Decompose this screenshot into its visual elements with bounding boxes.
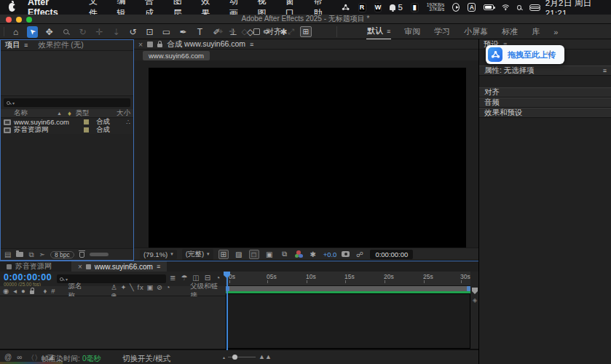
- control-center-icon[interactable]: [529, 4, 537, 11]
- bpc-button[interactable]: 8 bpc: [50, 251, 74, 258]
- workspace-review[interactable]: 审阅: [403, 24, 421, 39]
- shape-tool[interactable]: ▭: [161, 26, 172, 38]
- align-panel-header[interactable]: 对齐: [479, 87, 611, 98]
- solo-icon[interactable]: ●: [21, 287, 25, 295]
- composition-viewer[interactable]: [149, 68, 466, 248]
- tab-effect-controls[interactable]: 效果控件 (无): [38, 40, 83, 50]
- transparency-grid-icon[interactable]: ▨: [234, 250, 244, 258]
- zoom-slider-knob[interactable]: [232, 355, 237, 360]
- zoom-tool[interactable]: [60, 26, 71, 38]
- panel-menu-icon[interactable]: ≡: [603, 67, 607, 74]
- home-button[interactable]: ⌂: [10, 26, 21, 38]
- layer-number-column[interactable]: #: [51, 287, 55, 295]
- pan-camera-tool[interactable]: ✛: [94, 26, 105, 38]
- timeline-tab-active[interactable]: × www.suyin66.com ≡: [71, 261, 167, 272]
- snapshot-camera-icon[interactable]: [342, 251, 350, 257]
- magnification-dropdown[interactable]: (79.1%) ▾: [140, 250, 177, 259]
- preview-timecode[interactable]: 0:00:00:00: [370, 250, 413, 259]
- tab-project[interactable]: 项目 ≡: [5, 40, 28, 50]
- audio-panel-header[interactable]: 音频: [479, 98, 611, 108]
- new-composition-icon[interactable]: ⧉: [28, 250, 33, 259]
- unified-camera-tool[interactable]: ⊡: [144, 26, 155, 38]
- search-options-chevron[interactable]: ▾: [66, 277, 68, 282]
- color-management-icon[interactable]: ✱: [308, 250, 318, 258]
- draft-3d-icon[interactable]: ☂: [181, 274, 187, 282]
- label-color-chip[interactable]: [84, 127, 89, 132]
- label-column-icon[interactable]: ♦: [43, 287, 47, 295]
- timeline-tab-inactive[interactable]: 苏音资源网: [0, 261, 58, 272]
- video-visibility-icon[interactable]: ◉: [3, 287, 9, 295]
- dolly-camera-tool[interactable]: ⇣: [111, 26, 122, 38]
- search-options-chevron[interactable]: ▾: [12, 100, 15, 106]
- grid-options-button[interactable]: ⊞: [300, 26, 312, 37]
- workspace-learn[interactable]: 学习: [433, 24, 451, 39]
- frame-blending-icon[interactable]: ⊟: [205, 274, 210, 282]
- layer-track-area[interactable]: [226, 293, 470, 349]
- lock-icon[interactable]: [157, 44, 162, 47]
- mask-option-icon-c[interactable]: ◇: [241, 27, 247, 36]
- apple-menu-icon[interactable]: [9, 3, 15, 12]
- w-app-icon[interactable]: W: [374, 3, 382, 12]
- mask-option-icon-b[interactable]: ✛: [229, 27, 235, 36]
- zoom-out-icon[interactable]: ▴: [223, 355, 225, 360]
- properties-panel-header[interactable]: 属性: 无选择项 ≡: [479, 66, 611, 76]
- render-queue-icon[interactable]: ➣: [39, 250, 45, 258]
- type-tool[interactable]: T: [194, 26, 205, 38]
- viewer-tab[interactable]: www.suyin66.com: [143, 51, 210, 60]
- project-search-input[interactable]: ▾: [4, 98, 130, 107]
- timeline-zoom-control[interactable]: ▴ ▲▲: [223, 353, 272, 360]
- spotlight-search-icon[interactable]: [517, 5, 521, 10]
- workspace-small-screen[interactable]: 小屏幕: [463, 24, 489, 39]
- resolution-dropdown[interactable]: (完整) ▾: [182, 249, 213, 260]
- effects-presets-panel-header[interactable]: 效果和预设: [479, 108, 611, 118]
- delete-icon[interactable]: [79, 252, 84, 258]
- toggle-switches-modes-button[interactable]: 切换开关/模式: [122, 354, 170, 364]
- cloud-app-icon[interactable]: [342, 3, 350, 12]
- zoom-slider-track[interactable]: [228, 357, 256, 357]
- media-play-icon[interactable]: [452, 3, 460, 12]
- hand-tool[interactable]: ✥: [44, 26, 55, 38]
- zoom-fit-icon[interactable]: ⤢: [288, 27, 294, 36]
- panel-menu-icon[interactable]: ≡: [250, 41, 253, 48]
- panel-menu-icon[interactable]: ≡: [157, 263, 160, 270]
- label-color-chip[interactable]: [84, 119, 89, 124]
- layer-list-empty-area[interactable]: [0, 296, 226, 349]
- region-of-interest-icon[interactable]: □: [249, 250, 259, 259]
- column-type[interactable]: 类型: [76, 108, 90, 118]
- workspace-default[interactable]: 默认 ≡: [366, 23, 391, 40]
- motion-blur-icon[interactable]: ◔: [216, 274, 220, 282]
- r-app-icon[interactable]: R: [358, 3, 366, 12]
- minimize-window-button[interactable]: [16, 17, 22, 23]
- wifi-icon[interactable]: [502, 4, 510, 11]
- column-name[interactable]: 名称: [14, 108, 28, 118]
- lock-icon[interactable]: [30, 290, 35, 294]
- new-folder-icon[interactable]: [16, 252, 23, 257]
- mask-visibility-icon[interactable]: ▣: [264, 250, 275, 258]
- zoom-window-button[interactable]: [26, 17, 32, 23]
- project-item-row[interactable]: 苏音资源网 合成: [1, 126, 133, 134]
- hide-shy-layers-icon[interactable]: ◫: [192, 274, 199, 282]
- sort-asc-icon[interactable]: ▲: [57, 111, 62, 116]
- panel-menu-icon[interactable]: ≡: [24, 41, 28, 49]
- workspace-menu-icon[interactable]: ≡: [387, 28, 390, 35]
- timeline-vertical-scrollbar[interactable]: ◈: [471, 286, 478, 349]
- orbit-camera-tool[interactable]: ↻: [77, 26, 88, 38]
- interpret-footage-icon[interactable]: ▤: [4, 250, 11, 258]
- horizontal-scrollbar[interactable]: [90, 253, 109, 256]
- grid-guides-icon[interactable]: ⊞: [218, 250, 229, 259]
- workspace-standard[interactable]: 标准: [501, 24, 519, 39]
- comp-marker-bin-icon[interactable]: [472, 288, 478, 294]
- mini-flowchart-icon[interactable]: ≣: [170, 274, 176, 282]
- workspace-overflow[interactable]: »: [553, 25, 559, 39]
- close-panel-icon[interactable]: ×: [138, 40, 143, 49]
- pen-tool[interactable]: ✒: [178, 26, 189, 38]
- column-size[interactable]: 大小: [117, 108, 130, 118]
- close-tab-icon[interactable]: ×: [78, 263, 82, 271]
- exposure-value[interactable]: +0.0: [323, 250, 337, 258]
- app-badge-icon[interactable]: ▮: [411, 3, 419, 12]
- selection-tool[interactable]: ➤: [27, 26, 38, 38]
- close-window-button[interactable]: [6, 17, 12, 23]
- work-area-bar[interactable]: [226, 286, 470, 291]
- comp-marker-icon[interactable]: ◈: [473, 297, 477, 304]
- notification-bell[interactable]: 5: [390, 3, 402, 12]
